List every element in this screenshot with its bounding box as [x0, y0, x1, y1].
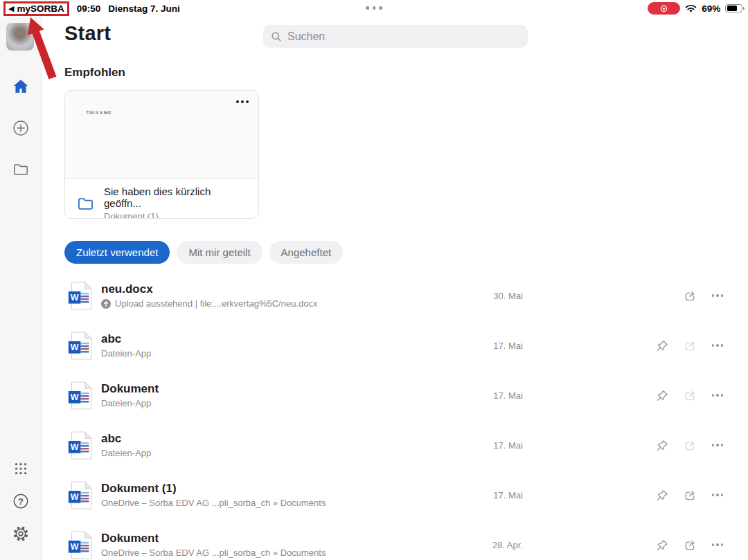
more-button[interactable]: [709, 386, 727, 404]
record-icon: [659, 4, 668, 13]
file-name: neu.docx: [101, 282, 317, 296]
share-button[interactable]: [681, 386, 699, 404]
pin-button[interactable]: [653, 436, 671, 454]
file-subtitle: Dateien-App: [101, 448, 151, 458]
file-date: 28. Apr.: [416, 540, 523, 550]
sidebar-apps-button[interactable]: [12, 460, 30, 478]
svg-text:W: W: [71, 293, 79, 302]
wifi-icon: [685, 4, 697, 13]
recommended-heading: Empfohlen: [64, 66, 125, 80]
share-icon: [683, 538, 697, 552]
file-subtitle: Dateien-App: [101, 348, 151, 359]
search-input[interactable]: [287, 30, 520, 43]
pin-icon: [655, 438, 670, 453]
ellipsis-icon: [712, 394, 724, 397]
more-button[interactable]: [709, 287, 727, 305]
share-icon: [683, 438, 697, 453]
file-row[interactable]: W Dokument OneDrive – Sorba EDV AG ...pl…: [42, 520, 748, 560]
word-file-icon: W: [67, 431, 93, 460]
word-file-icon: W: [67, 530, 93, 560]
search-bar[interactable]: [263, 25, 528, 48]
preview-text: This is a test: [86, 110, 111, 115]
filter-pill[interactable]: Angeheftet: [269, 241, 344, 264]
share-button[interactable]: [681, 436, 699, 454]
file-row[interactable]: W Dokument Dateien-App 17. Mai: [42, 370, 748, 420]
sidebar-settings-button[interactable]: [12, 525, 30, 543]
recommended-card[interactable]: This is a test Sie haben dies kürzlich g…: [64, 90, 259, 219]
home-icon: [12, 78, 30, 96]
apps-grid-icon: [12, 460, 30, 478]
share-button[interactable]: [681, 486, 699, 504]
status-bar: ◀ mySORBA 09:50 Dienstag 7. Juni 69%: [0, 0, 748, 17]
page-title: Start: [64, 22, 111, 45]
screen-recording-indicator[interactable]: [648, 2, 680, 15]
pin-button[interactable]: [653, 486, 671, 504]
pin-icon: [655, 488, 670, 503]
gear-icon: [12, 525, 30, 543]
back-app-label: mySORBA: [17, 3, 64, 14]
sidebar-home-button[interactable]: [12, 78, 30, 96]
file-name: abc: [101, 432, 151, 446]
folder-icon: [76, 195, 95, 213]
word-file-icon: W: [67, 331, 93, 361]
sidebar-files-button[interactable]: [12, 161, 30, 179]
back-chevron-icon: ◀: [8, 5, 14, 12]
ellipsis-icon: [712, 294, 724, 297]
help-icon: ?: [12, 492, 30, 510]
svg-text:W: W: [71, 392, 79, 402]
ellipsis-icon: [712, 543, 724, 546]
share-button[interactable]: [681, 536, 699, 554]
filter-pill[interactable]: Zuletzt verwendet: [64, 241, 170, 264]
file-row[interactable]: W Dokument (1) OneDrive – Sorba EDV AG .…: [42, 470, 748, 520]
svg-text:W: W: [71, 442, 79, 452]
pin-button[interactable]: [653, 336, 671, 354]
clock-time: 09:50: [77, 3, 101, 14]
multitask-handle-icon[interactable]: [366, 6, 382, 10]
pin-icon: [655, 538, 670, 552]
pin-button[interactable]: [653, 536, 671, 554]
more-button[interactable]: [709, 436, 727, 454]
file-date: 17. Mai: [416, 440, 523, 451]
svg-text:W: W: [71, 492, 79, 502]
more-button[interactable]: [709, 486, 727, 504]
file-subtitle: OneDrive – Sorba EDV AG ...pli_sorba_ch …: [101, 498, 326, 508]
file-row[interactable]: W neu.docx Upload ausstehend | file:...e…: [42, 271, 748, 320]
file-subtitle: Dateien-App: [101, 398, 159, 408]
card-subtitle: Dokument (1): [104, 211, 247, 219]
file-date: 17. Mai: [416, 341, 523, 351]
word-file-icon: W: [67, 480, 93, 510]
ellipsis-icon: [712, 444, 724, 446]
file-subtitle: OneDrive – Sorba EDV AG ...pli_sorba_ch …: [101, 548, 326, 558]
sidebar-help-button[interactable]: ?: [12, 492, 30, 510]
upload-pending-icon: [101, 299, 111, 309]
plus-circle-icon: [12, 119, 30, 137]
file-name: Dokument (1): [101, 482, 326, 496]
more-button[interactable]: [709, 336, 727, 354]
file-row[interactable]: W abc Dateien-App 17. Mai: [42, 320, 748, 370]
share-icon: [683, 289, 697, 303]
filter-pill[interactable]: Mit mir geteilt: [177, 241, 262, 264]
file-row[interactable]: W abc Dateien-App 17. Mai: [42, 420, 748, 470]
share-button[interactable]: [681, 336, 699, 354]
share-button[interactable]: [681, 287, 699, 305]
search-icon: [271, 31, 282, 42]
more-button[interactable]: [709, 536, 727, 554]
pin-button[interactable]: [653, 386, 671, 404]
back-to-app-button[interactable]: ◀ mySORBA: [3, 1, 69, 16]
user-avatar[interactable]: [6, 23, 34, 51]
svg-text:W: W: [71, 542, 79, 552]
svg-text:W: W: [71, 343, 79, 352]
sidebar-create-button[interactable]: [12, 119, 30, 137]
ellipsis-icon: [712, 344, 724, 347]
filter-pills: Zuletzt verwendet Mit mir geteilt Angehe…: [64, 241, 343, 264]
word-file-icon: W: [67, 281, 93, 311]
battery-percent: 69%: [702, 3, 720, 14]
card-title: Sie haben dies kürzlich geöffn...: [104, 186, 247, 209]
status-date: Dienstag 7. Juni: [108, 3, 180, 14]
card-more-button[interactable]: [236, 100, 249, 103]
main-content: Start Empfohlen This is a test Sie haben…: [42, 17, 748, 560]
file-subtitle: Upload ausstehend | file:...erkvertag%5C…: [101, 298, 317, 309]
word-file-icon: W: [67, 381, 93, 410]
pin-icon: [655, 338, 670, 353]
pin-icon: [655, 388, 670, 403]
